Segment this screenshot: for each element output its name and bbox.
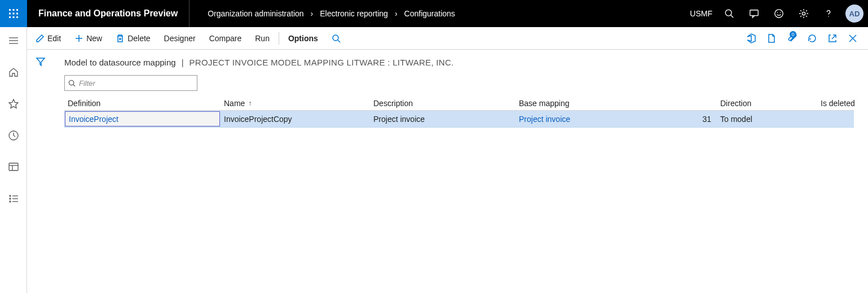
col-base-mapping-num[interactable]: [633, 97, 717, 110]
col-description[interactable]: Description: [370, 97, 515, 110]
close-button[interactable]: [843, 27, 863, 50]
refresh-button[interactable]: [802, 27, 822, 50]
help-button[interactable]: [816, 0, 841, 27]
col-definition[interactable]: Definition: [64, 97, 221, 110]
svg-point-24: [10, 195, 11, 196]
plus-icon: [74, 34, 83, 43]
edit-button[interactable]: Edit: [29, 27, 68, 49]
search-icon: [724, 8, 734, 19]
gear-icon: [799, 8, 809, 19]
svg-point-9: [725, 10, 732, 16]
sort-asc-icon: ↑: [248, 99, 252, 107]
trash-icon: [116, 34, 125, 43]
popout-icon: [827, 33, 838, 43]
options-label: Options: [288, 34, 318, 43]
page-content: Model to datasource mapping | PROJECT IN…: [54, 50, 868, 293]
popout-button[interactable]: [822, 27, 843, 50]
page-search-button[interactable]: [325, 27, 347, 49]
filter-rail: [27, 50, 54, 293]
col-name-label: Name: [224, 99, 245, 108]
delete-label: Delete: [127, 34, 150, 43]
svg-rect-6: [9, 16, 11, 18]
filter-input[interactable]: [79, 79, 193, 88]
cell-name[interactable]: InvoiceProjectCopy: [221, 111, 370, 127]
command-bar: Edit New Delete Designer Compare Run Opt…: [27, 27, 868, 50]
nav-favorites[interactable]: [5, 95, 23, 113]
attachments-badge: 0: [790, 31, 796, 38]
cell-base-mapping-num[interactable]: 31: [633, 111, 717, 127]
feedback-button[interactable]: [766, 0, 791, 27]
new-label: New: [86, 34, 102, 43]
app-title: Finance and Operations Preview: [27, 0, 190, 27]
svg-rect-0: [9, 9, 11, 11]
run-button[interactable]: Run: [248, 27, 276, 49]
messages-button[interactable]: [742, 0, 766, 27]
designer-button[interactable]: Designer: [157, 27, 202, 49]
nav-home[interactable]: [5, 63, 23, 81]
svg-rect-8: [16, 16, 18, 18]
compare-button[interactable]: Compare: [202, 27, 249, 49]
open-in-excel-button[interactable]: [761, 27, 782, 50]
home-icon: [8, 67, 19, 78]
quick-filter[interactable]: [64, 75, 197, 91]
col-name[interactable]: Name ↑: [221, 97, 370, 110]
cell-base-mapping[interactable]: Project invoice: [515, 111, 633, 127]
svg-rect-3: [9, 13, 11, 15]
left-rail: [0, 27, 27, 293]
modules-icon: [8, 193, 19, 204]
nav-toggle[interactable]: [5, 32, 23, 50]
breadcrumb-electronic-reporting[interactable]: Electronic reporting: [320, 9, 388, 18]
breadcrumb-configurations[interactable]: Configurations: [404, 9, 455, 18]
col-direction[interactable]: Direction: [717, 97, 817, 110]
col-is-deleted[interactable]: Is deleted: [817, 97, 868, 110]
breadcrumb-org-admin[interactable]: Organization administration: [208, 9, 303, 18]
nav-workspaces[interactable]: [5, 158, 23, 176]
funnel-icon: [36, 56, 46, 67]
svg-rect-5: [16, 13, 18, 15]
svg-rect-1: [13, 9, 15, 11]
filter-pane-toggle[interactable]: [36, 56, 46, 293]
grid-header: Definition Name ↑ Description Base mappi…: [64, 97, 854, 111]
refresh-icon: [807, 33, 817, 43]
chevron-right-icon: ›: [311, 9, 314, 18]
nav-modules[interactable]: [5, 190, 23, 208]
settings-button[interactable]: [791, 0, 816, 27]
options-button[interactable]: Options: [281, 27, 325, 49]
svg-rect-7: [13, 16, 15, 18]
company-label[interactable]: USMF: [685, 9, 717, 18]
svg-rect-11: [750, 10, 758, 16]
cell-description[interactable]: Project invoice: [370, 111, 515, 127]
chevron-right-icon: ›: [395, 9, 398, 18]
page-heading: Model to datasource mapping | PROJECT IN…: [64, 58, 858, 67]
designer-label: Designer: [164, 34, 196, 43]
table-row[interactable]: InvoiceProject InvoiceProjectCopy Projec…: [64, 111, 854, 128]
svg-line-38: [73, 84, 75, 86]
app-launcher[interactable]: [0, 0, 27, 27]
help-icon: [823, 8, 834, 19]
svg-point-28: [10, 201, 11, 202]
search-button[interactable]: [717, 0, 742, 27]
cell-is-deleted[interactable]: [817, 111, 868, 127]
search-icon: [332, 34, 341, 43]
office-button[interactable]: [741, 27, 761, 50]
cell-direction[interactable]: To model: [717, 111, 817, 127]
col-base-mapping[interactable]: Base mapping: [515, 97, 633, 110]
delete-button[interactable]: Delete: [109, 27, 157, 49]
nav-recent[interactable]: [5, 126, 23, 145]
svg-line-33: [338, 40, 340, 42]
svg-rect-2: [16, 9, 18, 11]
svg-rect-4: [13, 13, 15, 15]
attachments-button[interactable]: 0: [782, 27, 802, 50]
cell-definition[interactable]: InvoiceProject: [65, 111, 220, 126]
avatar[interactable]: AD: [845, 5, 863, 23]
svg-point-26: [10, 198, 11, 199]
svg-line-34: [832, 35, 836, 39]
run-label: Run: [255, 34, 270, 43]
new-button[interactable]: New: [68, 27, 109, 49]
edit-label: Edit: [47, 34, 61, 43]
star-icon: [8, 98, 19, 110]
pencil-icon: [36, 34, 45, 43]
separator: [279, 32, 279, 45]
chat-icon: [749, 8, 759, 19]
heading-separator: |: [182, 58, 184, 67]
